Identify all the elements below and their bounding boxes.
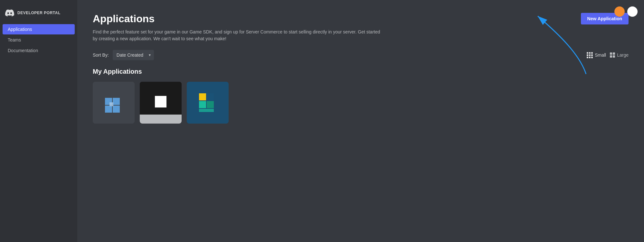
header-text-block: Applications Find the perfect feature se… [93,13,383,42]
sidebar-item-teams[interactable]: Teams [3,35,75,45]
grid-dot [589,54,591,56]
svg-rect-12 [207,93,214,100]
my-applications-title: My Applications [93,68,629,75]
discord-icon [5,8,14,17]
app-card-1[interactable] [93,82,135,124]
sidebar-logo-text: DEVELOPER PORTAL [17,11,61,15]
grid-dot-large [613,55,615,58]
grid-dot [589,52,591,54]
app-logo-windows [93,82,135,124]
sidebar-item-teams-label: Teams [8,37,21,42]
view-small-button[interactable]: Small [587,52,606,58]
app-logo-2 [140,82,182,124]
grid-dot-large [610,52,612,55]
svg-rect-8 [155,96,166,107]
view-small-label: Small [595,52,606,58]
svg-rect-5 [113,106,120,113]
app-card-3[interactable] [187,82,229,124]
sidebar-item-applications-label: Applications [8,27,32,32]
user-avatar-white[interactable] [627,6,638,17]
view-controls: Small Large [587,52,629,58]
sort-select[interactable]: Date Created [113,50,154,60]
sort-by-container: Sort By: Date Created [93,50,154,60]
svg-rect-13 [199,101,206,108]
grid-dot [591,52,593,54]
grid-dot [591,54,593,56]
svg-rect-4 [105,106,112,113]
top-right-controls [614,6,638,17]
sidebar-item-documentation[interactable]: Documentation [3,45,75,56]
svg-rect-6 [109,102,113,106]
grid-dot [589,57,591,58]
grid-dot-large [613,52,615,55]
main-content: Applications Find the perfect feature se… [77,0,644,242]
app-logo-3 [187,82,229,124]
header-bar: Applications Find the perfect feature se… [93,13,629,42]
apps-grid [93,82,629,124]
sidebar: DEVELOPER PORTAL Applications Teams Docu… [0,0,77,242]
svg-rect-9 [140,115,182,124]
svg-rect-15 [199,109,214,112]
user-avatar-orange[interactable] [614,6,625,17]
sidebar-nav: Applications Teams Documentation [0,24,77,56]
view-large-button[interactable]: Large [610,52,629,58]
grid-dot [587,52,588,54]
sidebar-item-documentation-label: Documentation [8,48,38,53]
controls-bar: Sort By: Date Created [93,50,629,60]
svg-rect-14 [207,101,214,108]
svg-rect-11 [199,93,206,100]
page-description: Find the perfect feature set for your ga… [93,29,383,42]
small-grid-icon [587,52,593,58]
grid-dot [587,57,588,58]
app-card-2[interactable] [140,82,182,124]
grid-dot-large [610,55,612,58]
svg-rect-3 [113,98,120,105]
grid-dot [591,57,593,58]
app-card-2-content [140,82,182,124]
sort-select-wrapper: Date Created [113,50,154,60]
sidebar-item-applications[interactable]: Applications [3,24,75,34]
sidebar-logo: DEVELOPER PORTAL [0,5,77,24]
sort-by-label: Sort By: [93,52,109,58]
large-grid-icon [610,52,615,58]
page-title: Applications [93,13,383,25]
grid-dot [587,54,588,56]
view-large-label: Large [617,52,629,58]
